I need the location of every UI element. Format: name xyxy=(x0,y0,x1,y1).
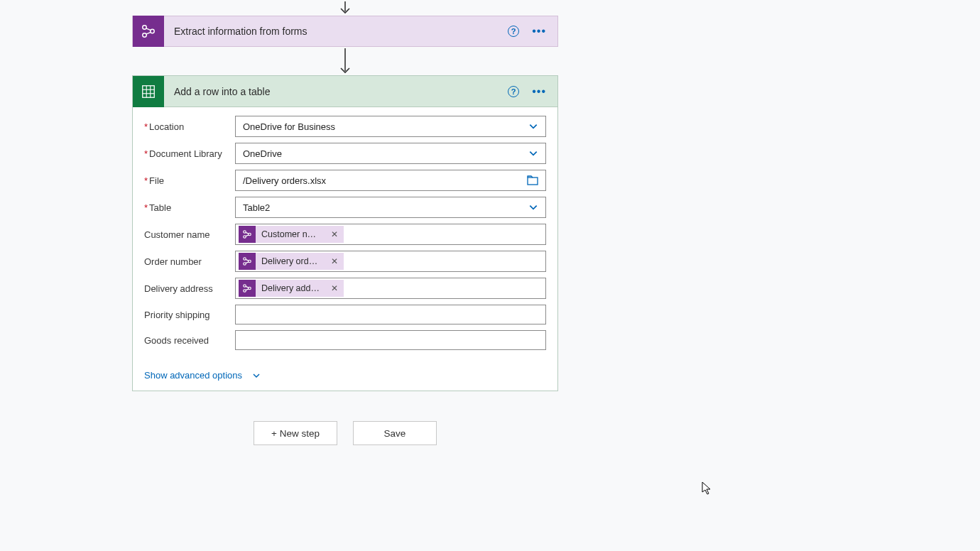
chevron-down-icon xyxy=(528,202,538,212)
svg-line-5 xyxy=(146,32,151,34)
svg-point-1 xyxy=(143,26,147,30)
svg-point-19 xyxy=(244,263,246,266)
ai-builder-icon xyxy=(239,253,256,270)
ai-builder-icon xyxy=(133,16,164,47)
ai-builder-icon xyxy=(239,226,256,243)
step-add-row-into-table: Add a row into a table ? ••• *Location O… xyxy=(132,75,558,391)
help-icon[interactable]: ? xyxy=(508,86,519,97)
goods-received-input[interactable] xyxy=(235,330,546,350)
svg-point-15 xyxy=(249,233,251,236)
svg-line-27 xyxy=(246,289,249,290)
document-library-select[interactable]: OneDrive xyxy=(235,143,546,164)
ai-builder-icon xyxy=(239,280,256,297)
label-table: Table xyxy=(149,202,171,213)
svg-rect-7 xyxy=(143,85,155,97)
chevron-down-icon xyxy=(528,148,538,158)
label-document-library: Document Library xyxy=(149,148,222,159)
priority-shipping-input[interactable] xyxy=(235,305,546,324)
svg-rect-12 xyxy=(528,178,538,185)
svg-line-16 xyxy=(246,232,249,234)
dynamic-token[interactable]: Delivery addre... ✕ xyxy=(239,280,344,297)
remove-token-icon[interactable]: ✕ xyxy=(325,229,344,239)
new-step-button[interactable]: + New step xyxy=(254,421,337,445)
svg-line-17 xyxy=(246,235,249,236)
location-select[interactable]: OneDrive for Business xyxy=(235,116,546,137)
flow-arrow xyxy=(132,47,558,75)
svg-point-2 xyxy=(143,33,147,38)
step-header[interactable]: Add a row into a table ? ••• xyxy=(133,76,557,107)
svg-point-25 xyxy=(249,287,251,290)
show-advanced-options-link[interactable]: Show advanced options xyxy=(144,370,261,381)
step-title: Add a row into a table xyxy=(164,86,508,97)
flow-arrow xyxy=(132,0,558,16)
svg-line-22 xyxy=(246,262,249,263)
step-extract-information[interactable]: Extract information from forms ? ••• xyxy=(132,16,558,47)
remove-token-icon[interactable]: ✕ xyxy=(325,283,344,293)
label-goods-received: Goods received xyxy=(144,335,209,346)
svg-line-4 xyxy=(146,28,151,31)
chevron-down-icon xyxy=(528,121,538,131)
mouse-cursor-icon xyxy=(702,481,713,496)
customer-name-input[interactable]: Customer nam... ✕ xyxy=(235,224,546,245)
label-priority-shipping: Priority shipping xyxy=(144,310,210,320)
excel-icon xyxy=(133,76,164,107)
svg-point-3 xyxy=(151,29,155,33)
svg-point-24 xyxy=(244,290,246,293)
label-order-number: Order number xyxy=(144,256,202,267)
help-icon[interactable]: ? xyxy=(508,26,519,37)
save-button[interactable]: Save xyxy=(353,421,437,445)
svg-line-26 xyxy=(246,286,249,288)
order-number-input[interactable]: Delivery order ... ✕ xyxy=(235,251,546,272)
dynamic-token[interactable]: Delivery order ... ✕ xyxy=(239,253,344,270)
label-file: File xyxy=(149,175,164,186)
label-customer-name: Customer name xyxy=(144,229,209,240)
dynamic-token[interactable]: Customer nam... ✕ xyxy=(239,226,344,243)
svg-point-23 xyxy=(244,285,246,288)
svg-point-20 xyxy=(249,260,251,263)
remove-token-icon[interactable]: ✕ xyxy=(325,256,344,266)
label-delivery-address: Delivery address xyxy=(144,283,213,294)
chevron-down-icon xyxy=(252,371,261,380)
file-input[interactable]: /Delivery orders.xlsx xyxy=(235,170,546,191)
svg-line-21 xyxy=(246,259,249,261)
table-select[interactable]: Table2 xyxy=(235,197,546,218)
folder-icon[interactable] xyxy=(527,175,538,185)
delivery-address-input[interactable]: Delivery addre... ✕ xyxy=(235,278,546,299)
label-location: Location xyxy=(149,121,184,132)
svg-point-18 xyxy=(244,258,246,261)
step-title: Extract information from forms xyxy=(164,26,508,37)
svg-point-14 xyxy=(244,236,246,239)
svg-point-13 xyxy=(244,231,246,234)
